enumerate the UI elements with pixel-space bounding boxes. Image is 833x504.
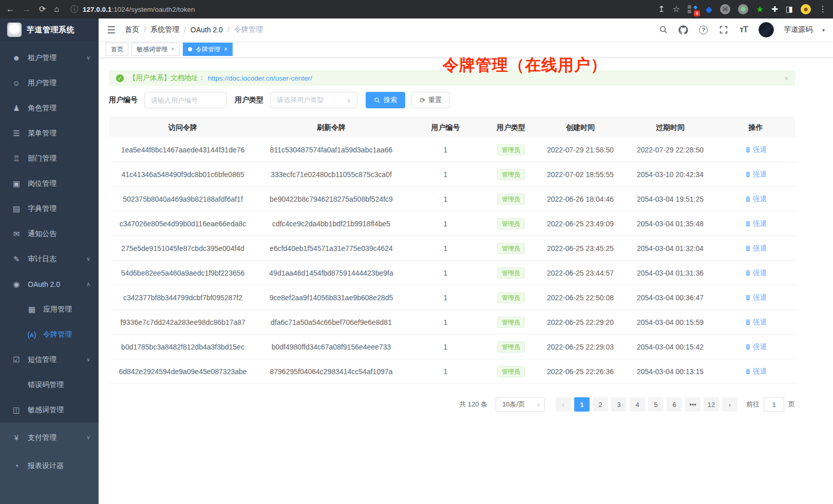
- user-type-cell: 管理员: [485, 243, 537, 254]
- sidebar-item-oauth[interactable]: ◉OAuth 2.0∧: [0, 272, 99, 297]
- page-button-4[interactable]: 4: [630, 397, 645, 412]
- font-size-icon[interactable]: ᴛT: [739, 25, 749, 35]
- sidebar-item-tenant[interactable]: ☻租户管理∨: [0, 45, 99, 70]
- force-logout-button[interactable]: 强退: [745, 195, 767, 204]
- user-id-input[interactable]: [144, 92, 226, 108]
- chevron-down-icon[interactable]: ▾: [822, 27, 825, 33]
- jump-page-input[interactable]: [764, 397, 784, 412]
- address-bar[interactable]: ⓘ 127.0.0.1:1024/system/oauth2/token: [70, 5, 650, 13]
- chevron-down-icon: ∨: [86, 434, 90, 441]
- chevron-down-icon: ∨: [86, 54, 90, 61]
- sidebar-item-pay[interactable]: ¥支付管理∨: [0, 423, 99, 452]
- force-logout-button[interactable]: 强退: [745, 342, 767, 352]
- gem-extension-icon[interactable]: ◆: [706, 4, 712, 15]
- sidebar-item-report[interactable]: ◔报表设计器: [0, 452, 99, 480]
- sidebar-item-dept[interactable]: ♖部门管理: [0, 146, 99, 171]
- user-type-select[interactable]: 请选择用户类型 ∨: [270, 92, 357, 108]
- force-logout-button[interactable]: 强退: [745, 219, 767, 228]
- more-pages-button[interactable]: •••: [685, 397, 701, 412]
- extension-blocks-icon[interactable]: ◆ 9: [688, 4, 698, 14]
- user-avatar[interactable]: [759, 22, 774, 37]
- help-icon[interactable]: ?: [698, 25, 709, 35]
- sidebar-menu-secondary: ¥支付管理∨◔报表设计器: [0, 422, 99, 504]
- breadcrumb-system[interactable]: 系统管理: [150, 25, 179, 34]
- extension-badge: 9: [694, 10, 700, 16]
- page-size-select[interactable]: 10条/页 ∨: [496, 397, 545, 412]
- sidebar-item-user[interactable]: ☺用户管理: [0, 70, 99, 95]
- actions-cell: 强退: [716, 342, 795, 352]
- breadcrumb-home[interactable]: 首页: [125, 25, 139, 34]
- user-type-badge: 管理员: [497, 317, 525, 328]
- green-star-extension-icon[interactable]: ★: [756, 4, 764, 15]
- tab-token-management[interactable]: 令牌管理×: [183, 43, 233, 56]
- created-at-cell: 2022-07-02 18:55:55: [537, 170, 624, 179]
- browser-home-icon[interactable]: ⌂: [54, 5, 59, 13]
- force-logout-button[interactable]: 强退: [745, 268, 767, 278]
- expires-at-cell: 2022-07-29 22:28:50: [624, 146, 716, 154]
- record-extension-icon[interactable]: [738, 4, 748, 14]
- profile-emoji-icon[interactable]: ☻: [801, 4, 811, 14]
- sidebar-collapse-icon[interactable]: ☰: [107, 24, 116, 36]
- refresh-token-cell: e6cfd40eb1f54571a31e775e039c4624: [257, 244, 406, 253]
- page-button-1[interactable]: 1: [574, 397, 590, 412]
- close-icon[interactable]: ×: [171, 46, 175, 53]
- username[interactable]: 芋道源码: [784, 25, 812, 34]
- active-dot: [188, 47, 192, 51]
- next-page-button[interactable]: ›: [722, 397, 737, 412]
- search-button[interactable]: 搜索: [366, 92, 405, 108]
- expires-at-cell: 2054-03-04 01:32:04: [624, 244, 716, 253]
- sidebar-item-label: 短信管理: [28, 355, 56, 364]
- sidebar-item-label: 用户管理: [28, 79, 56, 88]
- sidebar-item-menu[interactable]: ☰菜单管理: [0, 121, 99, 146]
- browser-back-icon[interactable]: ←: [6, 5, 14, 13]
- force-logout-button[interactable]: 强退: [745, 318, 767, 327]
- sidebar-item-post[interactable]: ▣岗位管理: [0, 171, 99, 196]
- prev-page-button[interactable]: ‹: [556, 397, 571, 412]
- search-icon[interactable]: [658, 25, 669, 35]
- sidebar-item-app[interactable]: ▦应用管理: [0, 297, 99, 322]
- force-logout-button[interactable]: 强退: [745, 293, 767, 302]
- page-button-3[interactable]: 3: [611, 397, 627, 412]
- close-icon[interactable]: ×: [224, 46, 228, 53]
- force-logout-button[interactable]: 强退: [745, 367, 767, 376]
- chevron-down-icon: ∨: [86, 256, 90, 262]
- doc-link[interactable]: https://doc.iocoder.cn/user-center/: [208, 74, 312, 82]
- audit-icon: ✎: [10, 255, 23, 264]
- app-logo[interactable]: 芋道管理系统: [0, 18, 99, 41]
- puzzle-extensions-icon[interactable]: ✚: [771, 5, 778, 14]
- reset-button[interactable]: ⟳ 重置: [411, 92, 450, 108]
- sidebar-item-sms[interactable]: ☑短信管理∨: [0, 347, 99, 372]
- share-icon[interactable]: ↥: [658, 5, 665, 13]
- sidebar-item-sensitive[interactable]: ◫敏感词管理: [0, 397, 99, 422]
- sidebar-item-audit[interactable]: ✎审计日志∨: [0, 246, 99, 272]
- page-button-12[interactable]: 12: [704, 397, 719, 412]
- force-logout-button[interactable]: 强退: [745, 170, 767, 179]
- fullscreen-icon[interactable]: [718, 25, 729, 35]
- user-type-cell: 管理员: [485, 292, 537, 303]
- page-button-6[interactable]: 6: [667, 397, 682, 412]
- browser-menu-icon[interactable]: ⋮: [819, 5, 827, 13]
- browser-forward-icon[interactable]: →: [23, 5, 31, 13]
- created-at-cell: 2022-06-25 23:45:25: [537, 244, 624, 253]
- sidebar-item-role[interactable]: ♟角色管理: [0, 95, 99, 121]
- browser-reload-icon[interactable]: ⟳: [39, 5, 46, 13]
- force-logout-button[interactable]: 强退: [745, 244, 767, 253]
- github-icon[interactable]: [678, 25, 689, 35]
- tab-sensitive-words[interactable]: 敏感词管理×: [131, 43, 180, 56]
- breadcrumb-oauth[interactable]: OAuth 2.0: [191, 26, 223, 34]
- sidebar-item-errcode[interactable]: 错误码管理: [0, 372, 99, 397]
- expires-at-cell: 2054-03-04 00:15:59: [624, 318, 716, 326]
- side-panel-icon[interactable]: ◨: [786, 5, 793, 14]
- sidebar-item-notice[interactable]: ✉通知公告: [0, 221, 99, 246]
- page-button-2[interactable]: 2: [593, 397, 608, 412]
- command-extension-icon[interactable]: ⌘: [720, 4, 730, 14]
- created-at-cell: 2022-06-25 23:49:09: [537, 220, 624, 228]
- sidebar-item-token[interactable]: (ᴀ)令牌管理: [0, 322, 99, 347]
- sidebar-item-dict[interactable]: ▤字典管理: [0, 196, 99, 221]
- force-logout-button[interactable]: 强退: [745, 145, 767, 154]
- bookmark-star-icon[interactable]: ☆: [673, 5, 680, 13]
- tab-home[interactable]: 首页: [106, 43, 128, 56]
- page-button-5[interactable]: 5: [648, 397, 664, 412]
- site-info-icon[interactable]: ⓘ: [70, 5, 79, 13]
- alert-close-icon[interactable]: ×: [784, 74, 789, 83]
